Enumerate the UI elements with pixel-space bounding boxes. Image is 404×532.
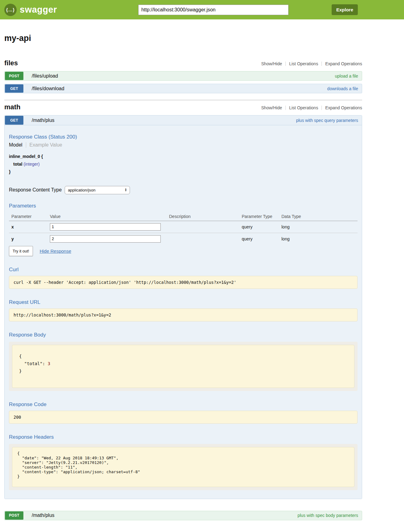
tab-model[interactable]: Model <box>9 142 26 148</box>
parameter-type: query <box>242 224 252 229</box>
selected-content-type: application/json <box>68 188 95 192</box>
show-hide-link[interactable]: Show/Hide <box>261 61 282 66</box>
hide-response-link[interactable]: Hide Response <box>40 248 71 254</box>
tab-example-value[interactable]: Example Value <box>26 142 62 148</box>
explore-button[interactable]: Explore <box>332 4 358 15</box>
parameters-heading: Parameters <box>9 203 358 209</box>
expanded-operation-get-math-plus: GET /math/plus plus with spec query para… <box>4 115 362 499</box>
response-headers-wrapper: { "date": "Wed, 22 Aug 2018 18:49:13 GMT… <box>9 444 358 490</box>
model-property-name: total <box>13 162 22 167</box>
operation-summary-link[interactable]: upload a file <box>335 74 358 79</box>
parameter-row-x: x query long <box>9 221 358 233</box>
operation-summary-link[interactable]: plus with spec query parameters <box>296 118 358 123</box>
request-url-heading: Request URL <box>9 299 358 305</box>
divider <box>321 106 322 110</box>
response-class-heading: Response Class (Status 200) <box>9 134 358 140</box>
column-header-value: Value <box>47 212 167 221</box>
model-property-type: (integer) <box>23 162 39 167</box>
parameters-table: Parameter Value Description Parameter Ty… <box>9 212 358 245</box>
response-body-box: { "total": 3 } <box>12 345 354 388</box>
spec-url-input[interactable] <box>138 5 289 15</box>
section-divider <box>4 100 362 100</box>
show-hide-link[interactable]: Show/Hide <box>261 105 282 110</box>
parameter-data-type: long <box>281 224 289 229</box>
response-content-type-label: Response Content Type <box>9 187 62 193</box>
math-section-header: math Show/Hide List Operations Expand Op… <box>4 103 362 111</box>
parameter-x-input[interactable] <box>50 223 161 231</box>
operation-summary-link[interactable]: plus with spec body parameters <box>297 513 358 518</box>
response-body-json: { "total": 3 } <box>19 353 347 375</box>
page-title: my-api <box>4 34 362 43</box>
response-content-type-row: Response Content Type application/json ▲… <box>9 186 358 194</box>
column-header-data-type: Data Type <box>279 212 358 221</box>
math-section-controls: Show/Hide List Operations Expand Operati… <box>261 105 362 110</box>
swagger-logo-icon: {…} <box>4 4 17 16</box>
column-header-parameter-type: Parameter Type <box>239 212 279 221</box>
post-method-badge: POST <box>5 72 23 80</box>
select-arrows-icon: ▲ ▼ <box>124 188 127 192</box>
top-bar: {…} swagger Explore <box>0 0 404 19</box>
parameter-y-input[interactable] <box>50 235 161 243</box>
parameter-data-type: long <box>281 236 289 241</box>
operation-path: /math/plus <box>32 513 55 518</box>
operation-row-post-files-upload[interactable]: POST /files/upload upload a file <box>4 71 362 81</box>
json-number-value: 3 <box>48 361 50 366</box>
operation-detail-panel: Response Class (Status 200) Model Exampl… <box>5 125 362 499</box>
model-name: inline_model_0 { <box>9 154 358 159</box>
swagger-logo[interactable]: {…} swagger <box>4 4 57 16</box>
main-content: my-api files Show/Hide List Operations E… <box>4 34 362 532</box>
list-operations-link[interactable]: List Operations <box>289 61 318 66</box>
column-header-parameter: Parameter <box>9 212 47 221</box>
response-code-heading: Response Code <box>9 401 358 408</box>
get-method-badge: GET <box>5 84 23 93</box>
spacer <box>4 502 362 511</box>
parameter-name: x <box>11 224 14 229</box>
parameter-row-y: y query long <box>9 233 358 245</box>
divider <box>321 62 322 66</box>
operation-summary-link[interactable]: downloads a file <box>327 86 358 91</box>
column-header-description: Description <box>167 212 239 221</box>
files-section-controls: Show/Hide List Operations Expand Operati… <box>261 61 362 66</box>
brand-name: swagger <box>20 5 57 15</box>
parameter-name: y <box>11 236 14 241</box>
operation-row-post-math-plus[interactable]: POST /math/plus plus with spec body para… <box>4 511 362 520</box>
response-body-wrapper: { "total": 3 } <box>9 342 358 391</box>
response-headers-box: { "date": "Wed, 22 Aug 2018 18:49:13 GMT… <box>12 447 354 487</box>
response-content-type-select[interactable]: application/json ▲ ▼ <box>65 186 130 194</box>
response-class-tabs: Model Example Value <box>9 142 358 148</box>
model-close-brace: } <box>9 169 358 175</box>
operation-path: /files/upload <box>32 73 58 79</box>
expand-operations-link[interactable]: Expand Operations <box>325 61 362 66</box>
math-section-title: math <box>4 103 21 111</box>
files-section-header: files Show/Hide List Operations Expand O… <box>4 59 362 67</box>
operation-path: /files/download <box>32 86 64 91</box>
operation-row-get-files-download[interactable]: GET /files/download downloads a file <box>4 84 362 93</box>
operation-path: /math/plus <box>32 118 55 123</box>
files-section-title: files <box>4 59 18 67</box>
response-code-value: 200 <box>9 411 358 424</box>
response-body-heading: Response Body <box>9 332 358 338</box>
try-it-out-row: Try it out! Hide Response <box>9 246 358 256</box>
model-signature: inline_model_0 { total (integer) } <box>9 154 358 175</box>
expand-operations-link[interactable]: Expand Operations <box>325 105 362 110</box>
divider <box>285 62 286 66</box>
parameter-type: query <box>242 236 252 241</box>
response-headers-json: { "date": "Wed, 22 Aug 2018 18:49:13 GMT… <box>17 451 349 479</box>
list-operations-link[interactable]: List Operations <box>289 105 318 110</box>
curl-heading: Curl <box>9 267 358 273</box>
request-url-value: http://localhost:3000/math/plus?x=1&y=2 <box>9 308 358 321</box>
get-method-badge: GET <box>5 116 23 125</box>
curl-command: curl -X GET --header 'Accept: applicatio… <box>9 276 358 289</box>
operation-row-get-math-plus[interactable]: GET /math/plus plus with spec query para… <box>5 115 362 125</box>
divider <box>285 106 286 110</box>
response-headers-heading: Response Headers <box>9 434 358 440</box>
post-method-badge: POST <box>5 511 23 520</box>
try-it-out-button[interactable]: Try it out! <box>9 246 33 256</box>
